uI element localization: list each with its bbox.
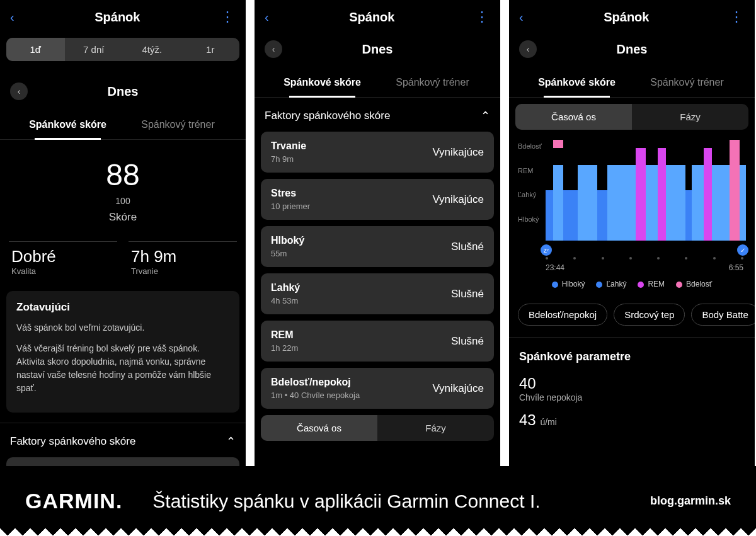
range-1d[interactable]: 1ď	[6, 38, 65, 61]
tab-coach[interactable]: Spánkový tréner	[632, 67, 742, 97]
view-phases[interactable]: Fázy	[377, 415, 494, 441]
factor-row[interactable]: Hlboký55mSlušné	[261, 226, 494, 267]
factor-row[interactable]: REM1h 22mSlušné	[261, 321, 494, 362]
screenshot-overview: ‹ Spánok ⋮ 1ď 7 dní 4týž. 1r ‹ Dnes Spán…	[0, 0, 246, 466]
current-day: Dnes	[38, 84, 208, 99]
duration-label: Trvanie	[131, 266, 234, 276]
factor-row[interactable]: Ľahký4h 53mSlušné	[261, 273, 494, 314]
tab-coach[interactable]: Spánkový tréner	[123, 109, 233, 139]
score-label: Skóre	[0, 211, 246, 224]
factors-header[interactable]: Faktory spánkového skóre ⌃	[0, 423, 246, 457]
more-icon[interactable]: ⋮	[475, 9, 490, 25]
recovery-title: Zotavujúci	[16, 301, 229, 314]
current-day: Dnes	[292, 42, 462, 57]
view-segment: Časová os Fázy	[261, 415, 494, 441]
quality-label: Kvalita	[11, 266, 115, 276]
back-icon[interactable]: ‹	[10, 10, 14, 25]
page-title: Spánok	[349, 10, 394, 25]
params-title: Spánkové parametre	[509, 337, 755, 368]
footer-tagline: Štatistiky spánku v aplikácii Garmin Con…	[152, 491, 650, 512]
factor-row[interactable]: Trvanie7h 9mVynikajúce	[261, 132, 494, 173]
tab-score[interactable]: Spánkové skóre	[522, 67, 632, 97]
recovery-card: Zotavujúci Váš spánok bol veľmi zotavujú…	[6, 291, 239, 413]
current-day: Dnes	[547, 42, 717, 57]
factor-row[interactable]: Bdelosť/nepokoj1m • 40 Chvíle nepokojaVy…	[261, 368, 494, 409]
factor-row[interactable]: Trvanie 7h 9m Vynikajúce	[6, 457, 239, 466]
more-icon[interactable]: ⋮	[220, 9, 236, 25]
factor-row[interactable]: Stres10 priemerVynikajúce	[261, 179, 494, 220]
sleep-chart[interactable]: BdelosťREMĽahkýHlboký zz ✓ 23:44 6:55 Hl…	[509, 136, 755, 299]
more-icon[interactable]: ⋮	[730, 9, 745, 25]
time-range-segment: 1ď 7 dní 4týž. 1r	[6, 38, 239, 61]
factors-header[interactable]: Faktory spánkového skóre ⌃	[255, 98, 500, 132]
factors-title: Faktory spánkového skóre	[10, 435, 135, 448]
back-icon[interactable]: ‹	[265, 10, 269, 25]
view-phases[interactable]: Fázy	[632, 104, 748, 130]
range-1y[interactable]: 1r	[181, 38, 240, 61]
recovery-line2: Váš včerajší tréning bol skvelý pre váš …	[16, 342, 229, 395]
sleep-start-icon: zz	[541, 244, 552, 256]
page-title: Spánok	[604, 10, 649, 25]
recovery-line1: Váš spánok bol veľmi zotavujúci.	[16, 321, 229, 334]
view-timeline[interactable]: Časová os	[261, 415, 377, 441]
chevron-up-icon: ⌃	[481, 109, 490, 123]
garmin-logo: GARMIN.	[25, 489, 122, 513]
duration-value: 7h 9m	[131, 247, 234, 266]
score-max: 100	[0, 196, 246, 206]
prev-day-icon[interactable]: ‹	[265, 40, 282, 58]
chevron-up-icon: ⌃	[226, 435, 236, 448]
range-4w[interactable]: 4týž.	[123, 38, 181, 61]
tab-coach[interactable]: Spánkový tréner	[377, 67, 488, 97]
quality-value: Dobré	[11, 247, 115, 266]
score-value: 88	[0, 157, 246, 192]
chip[interactable]: Srdcový tep	[614, 304, 685, 326]
screenshot-timeline: ‹ Spánok ⋮ ‹ Dnes Spánkové skóre Spánkov…	[509, 0, 755, 466]
factors-title: Faktory spánkového skóre	[265, 110, 390, 122]
view-segment: Časová os Fázy	[515, 104, 748, 130]
chart-start: 23:44	[546, 263, 564, 272]
range-7d[interactable]: 7 dní	[65, 38, 123, 61]
tab-score[interactable]: Spánkové skóre	[267, 67, 377, 97]
chip[interactable]: Body Batte	[691, 304, 755, 326]
footer-banner: GARMIN. Štatistiky spánku v aplikácii Ga…	[0, 466, 756, 536]
prev-day-icon[interactable]: ‹	[519, 40, 537, 58]
chip[interactable]: Bdelosť/nepokoj	[518, 304, 607, 326]
footer-site: blog.garmin.sk	[650, 494, 731, 508]
back-icon[interactable]: ‹	[519, 10, 524, 25]
chart-end: 6:55	[729, 263, 743, 272]
sleep-end-icon: ✓	[737, 244, 748, 256]
page-title: Spánok	[94, 10, 140, 25]
view-timeline[interactable]: Časová os	[515, 104, 632, 130]
tab-score[interactable]: Spánkové skóre	[13, 109, 123, 139]
screenshot-factors: ‹ Spánok ⋮ ‹ Dnes Spánkové skóre Spánkov…	[255, 0, 500, 466]
prev-day-icon[interactable]: ‹	[10, 83, 28, 100]
